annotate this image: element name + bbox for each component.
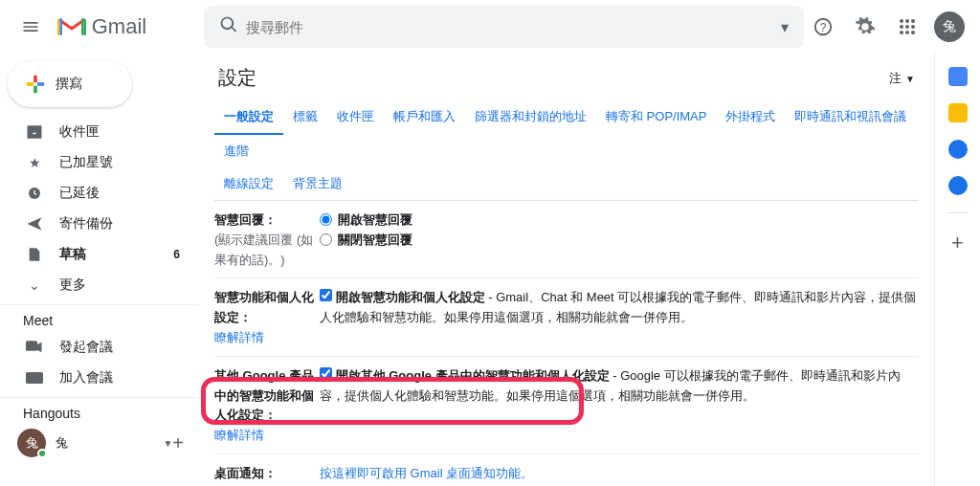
hangouts-user-row[interactable]: 兔 兔 ▼ + bbox=[0, 425, 199, 461]
header-actions: ? 兔 bbox=[804, 8, 972, 46]
chevron-down-icon: ⌄ bbox=[23, 277, 46, 293]
svg-point-11 bbox=[905, 31, 909, 34]
smart-features-checkbox[interactable] bbox=[320, 289, 332, 301]
hangouts-dropdown-icon[interactable]: ▼ bbox=[163, 438, 172, 449]
svg-point-12 bbox=[911, 31, 915, 34]
svg-point-5 bbox=[905, 19, 909, 23]
tab-forwarding[interactable]: 轉寄和 POP/IMAP bbox=[596, 100, 716, 135]
hangouts-add-button[interactable]: + bbox=[172, 432, 184, 454]
send-icon bbox=[23, 215, 46, 232]
video-icon bbox=[23, 341, 46, 354]
compose-label: 撰寫 bbox=[56, 76, 82, 93]
meet-section-header: Meet bbox=[0, 304, 199, 332]
svg-point-4 bbox=[900, 19, 903, 23]
svg-point-10 bbox=[900, 31, 903, 34]
annotate-link[interactable]: 注 ▼ bbox=[889, 70, 915, 87]
tab-offline[interactable]: 離線設定 bbox=[214, 167, 283, 200]
meet-start-meeting[interactable]: 發起會議 bbox=[0, 332, 199, 363]
setting-desktop-notifications: 桌面通知： (允許 Gmail 在收到新郵件時，在桌面顯示彈出式通知) 瞭解詳情… bbox=[214, 454, 919, 486]
meet-join-meeting[interactable]: 加入會議 bbox=[0, 363, 199, 393]
svg-rect-1 bbox=[81, 18, 84, 35]
tab-addons[interactable]: 外掛程式 bbox=[716, 100, 785, 135]
svg-point-6 bbox=[911, 19, 915, 23]
get-addons-button[interactable]: + bbox=[951, 231, 964, 255]
gear-icon bbox=[855, 16, 876, 37]
apps-button[interactable] bbox=[888, 8, 926, 46]
clock-icon bbox=[23, 185, 46, 202]
svg-rect-0 bbox=[59, 18, 62, 35]
svg-point-7 bbox=[900, 25, 903, 29]
file-icon bbox=[23, 246, 46, 263]
setting-smart-features: 智慧功能和個人化設定： 瞭解詳情 開啟智慧功能和個人化設定 - Gmail、Ch… bbox=[214, 278, 919, 356]
svg-point-9 bbox=[911, 25, 915, 29]
gmail-logo-icon bbox=[57, 15, 86, 38]
setting-smart-reply: 智慧回覆： (顯示建議回覆 (如果有的話)。) 開啟智慧回覆 關閉智慧回覆 bbox=[214, 201, 919, 278]
rail-separator bbox=[948, 212, 968, 213]
plus-multicolor-icon bbox=[25, 74, 46, 95]
inbox-icon bbox=[23, 123, 46, 141]
tab-labels[interactable]: 標籤 bbox=[283, 100, 327, 135]
other-products-learn-more-link[interactable]: 瞭解詳情 bbox=[214, 428, 264, 442]
account-avatar[interactable]: 兔 bbox=[934, 11, 965, 42]
sidebar-item-inbox[interactable]: 收件匣 bbox=[0, 117, 199, 147]
svg-rect-15 bbox=[27, 82, 33, 86]
support-button[interactable]: ? bbox=[804, 8, 842, 46]
side-panel: + bbox=[934, 54, 980, 486]
tasks-addon-button[interactable] bbox=[948, 140, 968, 159]
settings-title: 設定 bbox=[218, 65, 256, 91]
svg-text:?: ? bbox=[820, 21, 827, 34]
tab-chat[interactable]: 即時通訊和視訊會議 bbox=[785, 100, 916, 135]
main-menu-button[interactable] bbox=[8, 4, 54, 50]
apps-grid-icon bbox=[899, 18, 916, 35]
settings-button[interactable] bbox=[846, 8, 884, 46]
help-icon: ? bbox=[813, 16, 834, 37]
gmail-logo[interactable]: Gmail bbox=[57, 14, 146, 39]
sidebar-item-snoozed[interactable]: 已延後 bbox=[0, 178, 199, 209]
app-header: Gmail ▾ ? 兔 bbox=[0, 0, 980, 54]
tab-filters[interactable]: 篩選器和封鎖的地址 bbox=[465, 100, 596, 135]
smart-reply-on-radio[interactable] bbox=[320, 213, 332, 226]
tab-themes[interactable]: 背景主題 bbox=[283, 167, 352, 200]
sidebar-item-starred[interactable]: ★ 已加星號 bbox=[0, 147, 199, 178]
other-products-checkbox[interactable] bbox=[320, 367, 332, 380]
sidebar-item-more[interactable]: ⌄ 更多 bbox=[0, 270, 199, 300]
keep-addon-button[interactable] bbox=[948, 103, 968, 122]
tab-advanced[interactable]: 進階 bbox=[214, 135, 258, 167]
calendar-addon-button[interactable] bbox=[948, 67, 968, 86]
search-bar[interactable]: ▾ bbox=[204, 6, 804, 48]
settings-tabs: 一般設定 標籤 收件匣 帳戶和匯入 篩選器和封鎖的地址 轉寄和 POP/IMAP… bbox=[214, 100, 919, 201]
svg-rect-14 bbox=[33, 86, 37, 93]
svg-rect-13 bbox=[33, 76, 37, 82]
svg-rect-19 bbox=[26, 372, 43, 384]
compose-button[interactable]: 撰寫 bbox=[8, 61, 132, 107]
smart-features-learn-more-link[interactable]: 瞭解詳情 bbox=[214, 330, 264, 344]
contacts-addon-button[interactable] bbox=[948, 176, 968, 195]
settings-main: 設定 注 ▼ 一般設定 標籤 收件匣 帳戶和匯入 篩選器和封鎖的地址 轉寄和 P… bbox=[199, 54, 934, 486]
search-options-button[interactable]: ▾ bbox=[773, 18, 796, 36]
search-input[interactable] bbox=[246, 19, 773, 35]
presence-indicator-icon bbox=[37, 449, 47, 458]
tab-general[interactable]: 一般設定 bbox=[214, 100, 283, 135]
svg-point-8 bbox=[905, 25, 909, 29]
hangouts-section-header: Hangouts bbox=[0, 397, 199, 425]
tab-accounts[interactable]: 帳戶和匯入 bbox=[384, 100, 465, 135]
setting-other-products: 其他 Google 產品中的智慧功能和個人化設定： 瞭解詳情 開啟其他 Goog… bbox=[214, 357, 919, 454]
gmail-logo-text: Gmail bbox=[92, 14, 146, 39]
search-icon bbox=[212, 15, 246, 38]
smart-reply-off-radio[interactable] bbox=[320, 233, 332, 246]
keyboard-icon bbox=[23, 372, 46, 384]
enable-desktop-notify-link[interactable]: 按這裡即可啟用 Gmail 桌面通知功能。 bbox=[320, 466, 533, 480]
star-icon: ★ bbox=[23, 155, 46, 170]
svg-rect-18 bbox=[26, 341, 37, 351]
hangouts-avatar: 兔 bbox=[17, 429, 46, 457]
sidebar: 撰寫 收件匣 ★ 已加星號 已延後 寄件備份 草稿 6 ⌄ 更多 Meet bbox=[0, 54, 199, 486]
sidebar-item-drafts[interactable]: 草稿 6 bbox=[0, 239, 199, 270]
sidebar-item-sent[interactable]: 寄件備份 bbox=[0, 209, 199, 239]
svg-rect-16 bbox=[37, 82, 44, 86]
tab-inbox[interactable]: 收件匣 bbox=[327, 100, 384, 135]
hamburger-icon bbox=[21, 17, 40, 36]
